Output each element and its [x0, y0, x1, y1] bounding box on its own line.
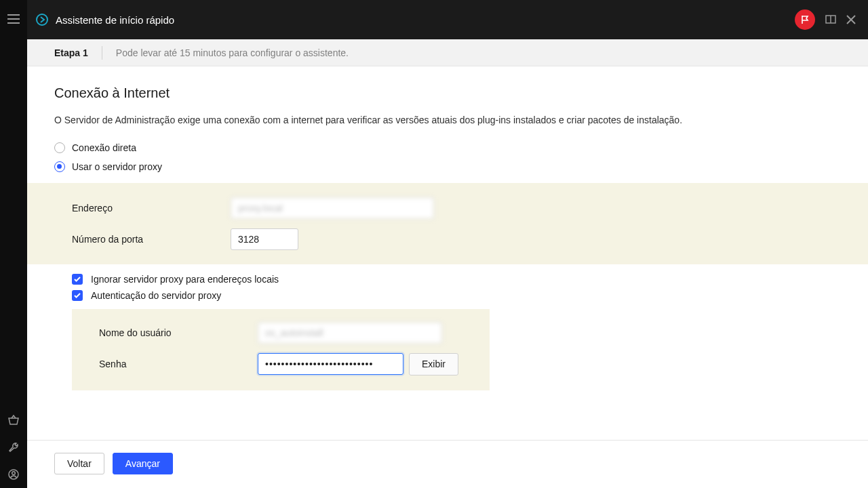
- wrench-icon[interactable]: [0, 434, 27, 461]
- checkbox-icon: [72, 290, 83, 301]
- checkbox-bypass-local[interactable]: Ignorar servidor proxy para endereços lo…: [54, 271, 841, 287]
- app-header: Assistente de início rápido: [27, 0, 868, 39]
- radio-label: Usar o servidor proxy: [72, 161, 162, 172]
- nav-sidebar: [0, 0, 27, 488]
- radio-use-proxy[interactable]: Usar o servidor proxy: [54, 159, 841, 175]
- proxy-settings-panel: Endereço Número da porta: [27, 183, 868, 264]
- checkbox-label: Ignorar servidor proxy para endereços lo…: [91, 274, 279, 285]
- checkbox-label: Autenticação do servidor proxy: [91, 290, 221, 301]
- username-label: Nome do usuário: [99, 327, 258, 338]
- step-info: Pode levar até 15 minutos para configura…: [116, 47, 349, 58]
- address-label: Endereço: [72, 203, 231, 214]
- svg-point-4: [12, 472, 16, 475]
- close-icon[interactable]: [846, 15, 856, 24]
- content-area: Conexão à Internet O Servidor de Adminis…: [27, 66, 868, 440]
- profile-icon[interactable]: [0, 461, 27, 488]
- bookmark-icon[interactable]: [825, 14, 837, 25]
- password-input[interactable]: [258, 353, 403, 375]
- radio-label: Conexão direta: [72, 142, 136, 153]
- checkbox-proxy-auth[interactable]: Autenticação do servidor proxy: [54, 287, 841, 304]
- checkbox-icon: [72, 274, 83, 285]
- page-title: Assistente de início rápido: [56, 14, 174, 26]
- address-input[interactable]: [231, 197, 434, 219]
- section-title: Conexão à Internet: [54, 85, 841, 101]
- next-button[interactable]: Avançar: [113, 453, 173, 474]
- wizard-footer: Voltar Avançar: [27, 440, 868, 488]
- radio-icon: [54, 142, 65, 153]
- port-input[interactable]: [231, 228, 298, 250]
- radio-direct-connection[interactable]: Conexão direta: [54, 140, 841, 156]
- proxy-auth-panel: Nome do usuário Senha Exibir: [72, 309, 490, 390]
- hamburger-icon[interactable]: [0, 9, 27, 28]
- port-label: Número da porta: [72, 234, 231, 245]
- section-description: O Servidor de Administração exige uma co…: [54, 113, 732, 127]
- divider: [102, 46, 102, 60]
- brand-icon: [35, 13, 49, 26]
- back-button[interactable]: Voltar: [54, 453, 104, 474]
- password-label: Senha: [99, 359, 258, 369]
- show-password-button[interactable]: Exibir: [409, 353, 458, 375]
- step-label: Etapa 1: [54, 47, 88, 58]
- username-input[interactable]: [258, 322, 442, 344]
- flag-button[interactable]: [795, 9, 815, 30]
- radio-icon: [54, 161, 65, 172]
- step-bar: Etapa 1 Pode levar até 15 minutos para c…: [27, 39, 868, 66]
- basket-icon[interactable]: [0, 407, 27, 434]
- svg-point-5: [37, 14, 47, 25]
